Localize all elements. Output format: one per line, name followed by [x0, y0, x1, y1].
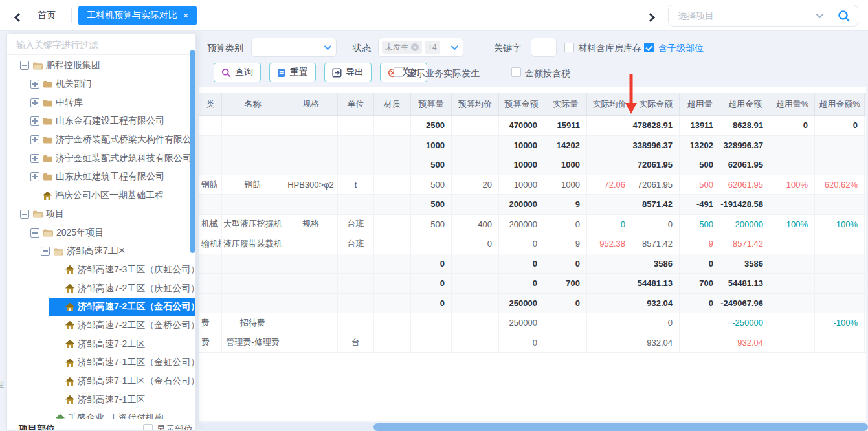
- status-tag[interactable]: +4: [425, 41, 440, 54]
- budget-category-select[interactable]: [251, 38, 337, 57]
- expand-icon[interactable]: [30, 172, 39, 181]
- tree-filter-input[interactable]: [7, 34, 195, 55]
- tree-item[interactable]: 济邹高速7-1工区（金石公司）: [7, 372, 195, 391]
- tab-close-icon[interactable]: ×: [183, 11, 188, 20]
- table-row[interactable]: 250047000015911478628.91139118628.9100: [199, 116, 866, 136]
- table-row[interactable]: 输机械液压履带装载机台班009952.388571.4298571.42: [199, 234, 866, 254]
- expand-icon[interactable]: [30, 98, 39, 107]
- tree-item[interactable]: 济宁金桥装配式桥梁大构件有限公司: [7, 131, 195, 149]
- table-row[interactable]: 02500000932.040-249067.96: [199, 294, 866, 314]
- column-header[interactable]: 单位: [338, 93, 374, 115]
- tree-item-label: 济邹高速7-1工区（金石公司）: [78, 375, 195, 387]
- table-cell: [222, 195, 284, 214]
- table-row[interactable]: 10001000014202338996.3713202328996.37: [199, 136, 866, 156]
- horizontal-scrollbar-thumb[interactable]: [373, 423, 868, 431]
- tax-included-checkbox[interactable]: [511, 67, 521, 77]
- table-cell: [374, 155, 411, 175]
- vertical-scrollbar-thumb[interactable]: [190, 50, 195, 253]
- tree-item[interactable]: 济邹高速7-2工区（金石公司）: [49, 298, 195, 316]
- tree-item[interactable]: 济邹高速7-2工区（庆虹公司）: [7, 279, 195, 298]
- project-select[interactable]: 选择项目: [668, 5, 858, 27]
- export-icon: [332, 68, 342, 78]
- tree-item[interactable]: 2025年项目: [7, 223, 195, 242]
- collapse-icon[interactable]: [20, 210, 29, 219]
- table-cell: [587, 195, 632, 214]
- column-header[interactable]: 类: [199, 93, 222, 115]
- tree-item[interactable]: 济邹高速7工区: [7, 242, 195, 261]
- table-row[interactable]: 50010000100072061.9550062061.95: [199, 155, 866, 175]
- tab-material-budget-vs-actual[interactable]: 工料机预算与实际对比 ×: [78, 6, 197, 25]
- table-cell: [338, 254, 374, 274]
- status-select[interactable]: 未发生×+4: [378, 38, 463, 57]
- collapse-icon[interactable]: [20, 61, 29, 70]
- tree-item[interactable]: 项目: [7, 205, 195, 224]
- tree-item[interactable]: 济邹高速7-1工区（金虹公司）: [7, 353, 195, 372]
- chevron-down-icon[interactable]: [451, 43, 458, 50]
- 导出-button[interactable]: 导出: [324, 63, 372, 82]
- expand-icon[interactable]: [30, 80, 39, 89]
- tag-remove-icon[interactable]: ×: [411, 43, 419, 51]
- collapse-icon[interactable]: [41, 247, 50, 256]
- table-row[interactable]: 机械大型液压挖掘机规格台班500400200000000-500-200000-…: [199, 215, 866, 235]
- table-cell: 15911: [544, 116, 587, 135]
- expand-icon[interactable]: [30, 116, 39, 126]
- keyword-input[interactable]: [531, 38, 557, 57]
- tree-item[interactable]: 机关部门: [7, 75, 195, 94]
- column-header[interactable]: 超用金额%: [815, 93, 865, 115]
- expand-icon[interactable]: [30, 135, 39, 144]
- nav-home[interactable]: 首页: [38, 10, 56, 21]
- table-row[interactable]: 费招待费2500000-250000-100%: [199, 313, 866, 333]
- table-cell: [374, 195, 411, 214]
- column-header[interactable]: 实际量: [544, 93, 587, 115]
- button-label: 导出: [346, 67, 364, 78]
- tree-item[interactable]: 山东金石建设工程有限公司: [7, 112, 195, 131]
- column-header[interactable]: 预算均价: [452, 93, 499, 115]
- tree-item[interactable]: 鸿庆公司小区一期基础工程: [7, 186, 195, 205]
- table-cell: 0: [452, 234, 499, 254]
- back-chevron-icon[interactable]: [16, 12, 22, 23]
- column-header[interactable]: 预算量: [411, 93, 452, 115]
- table-cell: [284, 136, 338, 155]
- 重置-button[interactable]: 重置: [269, 63, 316, 82]
- tree-item[interactable]: 济邹高速7-3工区（庆虹公司）: [7, 261, 195, 280]
- column-header[interactable]: 名称: [222, 93, 284, 115]
- column-header[interactable]: 规格: [284, 93, 338, 115]
- tree-item[interactable]: 济邹高速7-2工区: [7, 335, 195, 353]
- column-header[interactable]: 超用量: [680, 93, 720, 115]
- column-header[interactable]: 预算金额: [499, 93, 544, 115]
- chevron-down-icon[interactable]: [324, 43, 331, 50]
- forward-chevron-icon[interactable]: [647, 12, 654, 23]
- table-row[interactable]: 0070054481.1370054481.13: [199, 274, 866, 294]
- material-stock-checkbox[interactable]: [564, 43, 574, 52]
- tree-item[interactable]: 济邹高速7-1工区: [7, 390, 195, 409]
- table-cell: [770, 195, 815, 214]
- table-row[interactable]: 钢筋钢筋HPB300>φ2t5002010000100072.0672061.9…: [199, 175, 866, 195]
- chevron-down-icon[interactable]: [816, 11, 823, 18]
- table-row[interactable]: 费管理费-修理费台0932.04932.04: [199, 333, 866, 353]
- column-header[interactable]: 超用金额: [720, 93, 770, 115]
- include-children-checkbox[interactable]: [644, 43, 654, 52]
- table-cell: [452, 136, 499, 155]
- 查询-button[interactable]: 查询: [214, 63, 261, 82]
- column-header[interactable]: 超用量%: [770, 93, 815, 115]
- table-cell: [770, 333, 815, 353]
- tree-item[interactable]: 济邹高速7-2工区（金桥公司）: [7, 316, 195, 335]
- search-icon[interactable]: [837, 9, 851, 23]
- table-cell: [338, 274, 374, 293]
- table-cell: [284, 116, 338, 135]
- tree-item[interactable]: 山东庆虹建筑工程有限公司: [7, 168, 195, 186]
- table-row[interactable]: 50020000098571.42-491-191428.58: [199, 195, 866, 215]
- column-header[interactable]: 材质: [374, 93, 411, 115]
- tree-item[interactable]: 鹏程控股集团: [7, 56, 195, 75]
- show-parts-checkbox[interactable]: [143, 424, 153, 431]
- column-header[interactable]: 实际金额: [632, 93, 680, 115]
- collapse-icon[interactable]: [30, 228, 39, 238]
- expand-icon[interactable]: [30, 154, 39, 163]
- tree-item-label: 2025年项目: [56, 227, 104, 239]
- show-actual-checkbox[interactable]: [394, 67, 403, 77]
- tree-item[interactable]: 中转库: [7, 93, 195, 112]
- tree-item[interactable]: 济宁金虹装配式建筑科技有限公司: [7, 149, 195, 168]
- table-row[interactable]: 000358603586: [199, 254, 866, 274]
- table-cell: -100%: [770, 215, 815, 234]
- status-tag[interactable]: 未发生×: [382, 41, 422, 54]
